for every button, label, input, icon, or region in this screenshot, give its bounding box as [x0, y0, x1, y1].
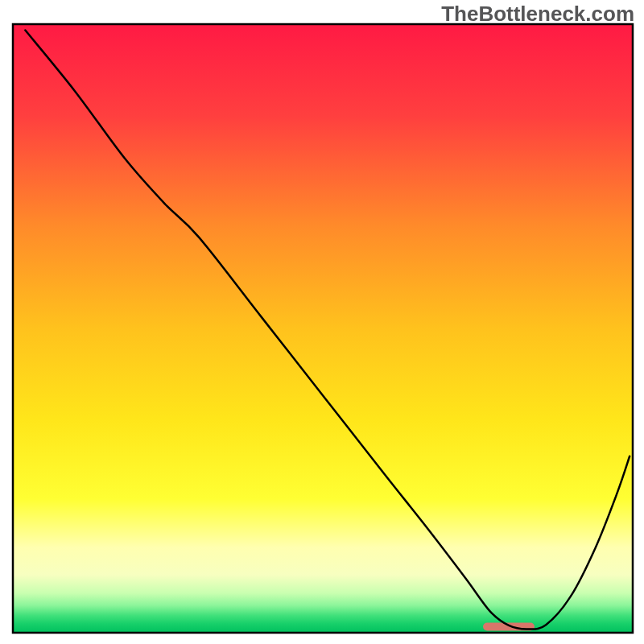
watermark-text: TheBottleneck.com [441, 2, 634, 27]
gradient-background [13, 24, 633, 633]
bottleneck-chart: TheBottleneck.com [0, 0, 644, 644]
chart-canvas [0, 0, 644, 644]
